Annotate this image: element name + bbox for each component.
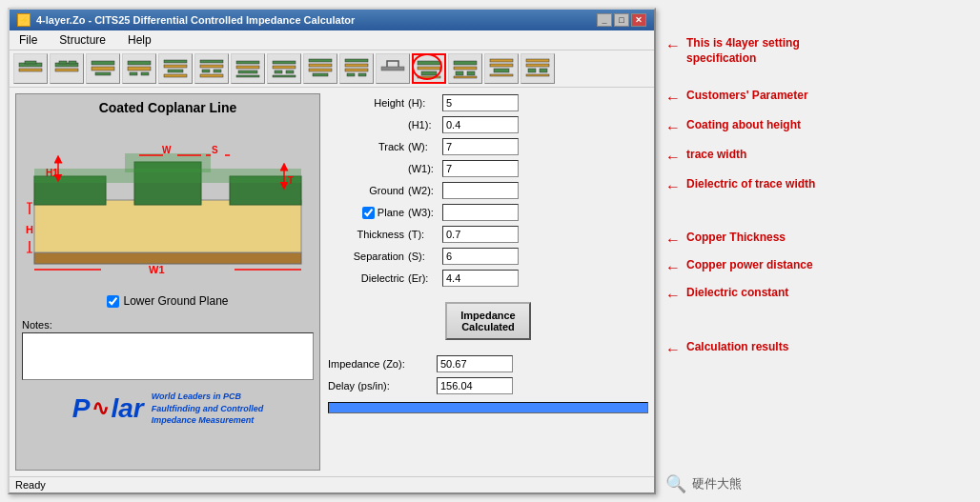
svg-rect-41 <box>381 67 404 70</box>
annotation-7: ← Copper power distance <box>665 258 942 278</box>
watermark-area: 🔍 硬件大熊 <box>665 454 942 494</box>
track-w-field-label: (W): <box>408 141 439 152</box>
height-label: Height <box>328 97 404 109</box>
calculate-button[interactable]: ImpedanceCalculated <box>445 302 531 340</box>
svg-rect-29 <box>275 70 282 73</box>
height1-input[interactable] <box>442 116 519 133</box>
delay-label: Delay (ps/in): <box>328 380 433 392</box>
maximize-button[interactable]: □ <box>614 13 629 27</box>
minimize-button[interactable]: _ <box>597 13 612 27</box>
impedance-row: Impedance (Zo): <box>328 354 648 373</box>
thickness-row: Thickness (T): <box>328 225 648 244</box>
toolbar-btn-7[interactable] <box>231 53 265 84</box>
svg-rect-50 <box>454 76 477 78</box>
annotation-text-6: Copper Thickness <box>686 231 786 246</box>
svg-rect-54 <box>490 74 513 76</box>
svg-rect-19 <box>200 65 223 68</box>
lower-ground-label[interactable]: Lower Ground Plane <box>123 294 228 308</box>
menu-file[interactable]: File <box>15 32 41 48</box>
diagram-title: Coated Coplanar Line <box>99 100 237 115</box>
watermark-text: 硬件大熊 <box>692 475 742 492</box>
svg-rect-22 <box>200 74 223 77</box>
toolbar-btn-10[interactable] <box>339 53 374 84</box>
svg-rect-24 <box>236 66 259 69</box>
ground-w2-input[interactable] <box>442 182 519 199</box>
arrow-icon-3: ← <box>665 118 681 138</box>
toolbar-btn-14[interactable] <box>484 53 519 84</box>
toolbar-btn-8[interactable] <box>267 53 301 84</box>
svg-rect-33 <box>309 64 332 67</box>
toolbar-btn-13[interactable] <box>448 53 482 84</box>
toolbar-btn-5[interactable] <box>158 53 193 84</box>
svg-rect-43 <box>418 67 440 70</box>
track-w1-input[interactable] <box>442 160 519 177</box>
plane-label-container: Plane <box>328 207 404 219</box>
annotation-text-7: Copper power distance <box>686 258 813 273</box>
app-window: ⚡ 4-layer.Zo - CITS25 Differential Contr… <box>8 8 656 494</box>
svg-text:H: H <box>26 224 33 235</box>
tagline-1: World Leaders in PCB <box>152 391 263 403</box>
svg-rect-55 <box>526 59 549 62</box>
separation-field-label: (S): <box>408 251 439 262</box>
plane-w3-input[interactable] <box>442 204 519 221</box>
svg-rect-39 <box>347 73 355 76</box>
tagline-3: Impedance Measurement <box>152 414 263 427</box>
lower-ground-checkbox[interactable] <box>107 295 119 308</box>
notes-input[interactable] <box>22 332 314 380</box>
toolbar-btn-1[interactable] <box>13 53 48 84</box>
impedance-value[interactable] <box>437 355 513 372</box>
svg-rect-28 <box>273 66 296 69</box>
annotation-text-8: Dielectric constant <box>686 286 788 301</box>
track-w1-field-label: (W1): <box>408 163 439 174</box>
svg-rect-2 <box>25 61 36 64</box>
dielectric-input[interactable] <box>442 270 519 287</box>
params-panel: Height (H): (H1): Track (W): <box>328 93 648 471</box>
svg-rect-45 <box>418 76 440 78</box>
toolbar-btn-6[interactable] <box>194 53 229 84</box>
calc-btn-area: ImpedanceCalculated <box>328 296 648 346</box>
svg-rect-53 <box>494 69 509 72</box>
height-input[interactable] <box>442 94 519 111</box>
height1-field-label: (H1): <box>408 119 439 131</box>
svg-rect-61 <box>34 200 301 252</box>
svg-rect-35 <box>313 73 328 76</box>
delay-value[interactable] <box>437 377 513 394</box>
annotation-3: ← Coating about height <box>665 118 942 138</box>
toolbar-btn-9[interactable] <box>303 53 337 84</box>
height-row: Height (H): <box>328 93 648 112</box>
height1-row: (H1): <box>328 115 648 134</box>
annotation-9: ← Calculation results <box>665 340 942 360</box>
annotation-8: ← Dielectric constant <box>665 286 942 306</box>
separation-input[interactable] <box>442 248 519 265</box>
menu-structure[interactable]: Structure <box>55 32 110 48</box>
plane-label[interactable]: Plane <box>378 207 404 218</box>
status-text: Ready <box>15 479 46 491</box>
toolbar-btn-12-active[interactable] <box>412 53 446 84</box>
diagram-svg: H1 W S T <box>25 119 311 291</box>
status-bar: Ready <box>10 476 654 492</box>
plane-checkbox[interactable] <box>362 207 375 219</box>
title-bar: ⚡ 4-layer.Zo - CITS25 Differential Contr… <box>10 10 654 30</box>
svg-rect-57 <box>528 69 536 72</box>
toolbar-btn-11[interactable] <box>376 53 410 84</box>
svg-rect-5 <box>59 61 67 64</box>
thickness-input[interactable] <box>442 226 519 243</box>
arrow-icon-5: ← <box>665 177 681 197</box>
app-icon: ⚡ <box>17 13 31 27</box>
toolbar-btn-3[interactable] <box>86 53 120 84</box>
polar-logo-rest: lar <box>111 393 143 424</box>
menu-help[interactable]: Help <box>124 32 155 48</box>
svg-rect-11 <box>128 67 151 70</box>
arrow-icon-8: ← <box>665 286 681 306</box>
toolbar-btn-4[interactable] <box>122 53 156 84</box>
svg-rect-21 <box>214 70 221 72</box>
arrow-icon-9: ← <box>665 340 681 360</box>
svg-rect-48 <box>456 71 463 75</box>
svg-rect-59 <box>526 74 549 76</box>
svg-rect-40 <box>358 73 366 76</box>
track-w-input[interactable] <box>442 138 519 155</box>
toolbar-btn-15[interactable] <box>521 53 555 84</box>
svg-rect-47 <box>454 67 477 70</box>
toolbar-btn-2[interactable] <box>50 53 84 84</box>
close-button[interactable]: ✕ <box>631 13 646 27</box>
